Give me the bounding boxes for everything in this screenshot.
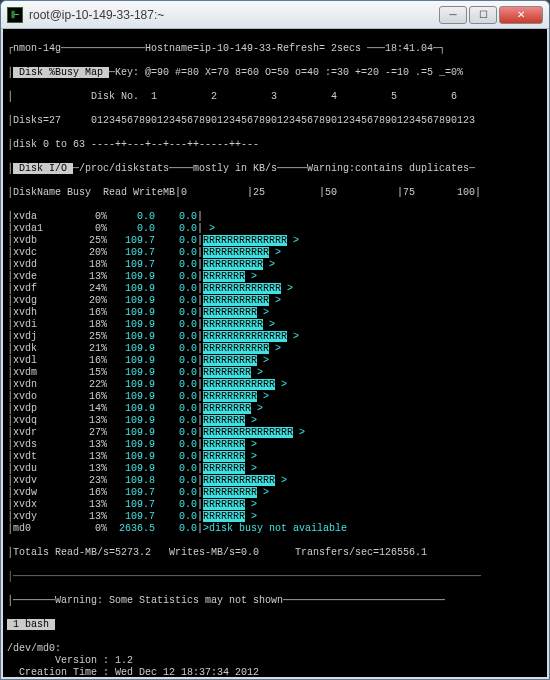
disk-row: │xvdl16%109.90.0|RRRRRRRRR >: [7, 355, 543, 367]
disk-row: │xvdr27%109.90.0|RRRRRRRRRRRRRRR >: [7, 427, 543, 439]
disk-row: │xvdx13%109.70.0|RRRRRRR >: [7, 499, 543, 511]
disk-row: │xvdb25%109.70.0|RRRRRRRRRRRRRR >: [7, 235, 543, 247]
disk-row: │xvdg20%109.90.0|RRRRRRRRRRR >: [7, 295, 543, 307]
disk-row: │xvdv23%109.80.0|RRRRRRRRRRRR >: [7, 475, 543, 487]
mdstat-output: /dev/md0: Version : 1.2 Creation Time : …: [7, 643, 543, 679]
disks-eq-line: │Disks=27 012345678901234567890123456789…: [7, 115, 543, 127]
disk-row: │xvda0%0.00.0|: [7, 211, 543, 223]
busy-map-line: │ Disk %Busy Map ─Key: @=90 #=80 X=70 8=…: [7, 67, 543, 79]
disk-row: │xvdu13%109.90.0|RRRRRRR >: [7, 463, 543, 475]
disk-row: │xvdq13%109.90.0|RRRRRRR >: [7, 415, 543, 427]
disk-range-line: │disk 0 to 63 ----++---+--+---++-----++-…: [7, 139, 543, 151]
disk-row: │xvds13%109.90.0|RRRRRRR >: [7, 439, 543, 451]
disk-row: │xvdk21%109.90.0|RRRRRRRRRRR >: [7, 343, 543, 355]
sep-line: │───────────────────────────────────────…: [7, 571, 543, 583]
columns-header: │DiskName Busy Read WriteMB|0 |25 |50 |7…: [7, 187, 543, 199]
disk-row: │md00%2636.50.0|>disk busy not available: [7, 523, 543, 535]
mdstat-line: /dev/md0:: [7, 643, 543, 655]
disk-no-line: │ Disk No. 1 2 3 4 5 6: [7, 91, 543, 103]
window-buttons: ─ ☐ ✕: [439, 6, 543, 24]
disk-rows: │xvda0%0.00.0| │xvda10%0.00.0| >│xvdb25%…: [7, 211, 543, 535]
titlebar[interactable]: ⊩ root@ip-10-149-33-187:~ ─ ☐ ✕: [1, 1, 549, 29]
disk-row: │xvdd18%109.70.0|RRRRRRRRRR >: [7, 259, 543, 271]
disk-row: │xvdy13%109.70.0|RRRRRRR >: [7, 511, 543, 523]
disk-row: │xvdt13%109.90.0|RRRRRRR >: [7, 451, 543, 463]
close-button[interactable]: ✕: [499, 6, 543, 24]
app-window: ⊩ root@ip-10-149-33-187:~ ─ ☐ ✕ ┌nmon-14…: [0, 0, 550, 680]
disk-row: │xvda10%0.00.0| >: [7, 223, 543, 235]
nmon-header: ┌nmon-14g──────────────Hostname=ip-10-14…: [7, 43, 543, 55]
disk-row: │xvdn22%109.90.0|RRRRRRRRRRRR >: [7, 379, 543, 391]
app-icon: ⊩: [7, 7, 23, 23]
disk-row: │xvdo16%109.90.0|RRRRRRRRR >: [7, 391, 543, 403]
disk-row: │xvdh16%109.90.0|RRRRRRRRR >: [7, 307, 543, 319]
window-title: root@ip-10-149-33-187:~: [29, 8, 439, 22]
terminal[interactable]: ┌nmon-14g──────────────Hostname=ip-10-14…: [1, 29, 549, 679]
disk-row: │xvdi18%109.90.0|RRRRRRRRRR >: [7, 319, 543, 331]
disk-row: │xvdf24%109.90.0|RRRRRRRRRRRRR >: [7, 283, 543, 295]
disk-row: │xvdj25%109.90.0|RRRRRRRRRRRRRR >: [7, 331, 543, 343]
warning-line: │───────Warning: Some Statistics may not…: [7, 595, 543, 607]
minimize-button[interactable]: ─: [439, 6, 467, 24]
mdstat-line: Creation Time : Wed Dec 12 18:37:34 2012: [7, 667, 543, 679]
tab-1[interactable]: 1 bash: [7, 619, 543, 631]
disk-row: │xvdc20%109.70.0|RRRRRRRRRRR >: [7, 247, 543, 259]
disk-row: │xvdm15%109.90.0|RRRRRRRR >: [7, 367, 543, 379]
disk-row: │xvdw16%109.70.0|RRRRRRRRR >: [7, 487, 543, 499]
totals-line: │Totals Read-MB/s=5273.2 Writes-MB/s=0.0…: [7, 547, 543, 559]
disk-io-line: │ Disk I/O ─/proc/diskstats────mostly in…: [7, 163, 543, 175]
mdstat-line: Version : 1.2: [7, 655, 543, 667]
disk-row: │xvde13%109.90.0|RRRRRRR >: [7, 271, 543, 283]
disk-row: │xvdp14%109.90.0|RRRRRRRR >: [7, 403, 543, 415]
maximize-button[interactable]: ☐: [469, 6, 497, 24]
